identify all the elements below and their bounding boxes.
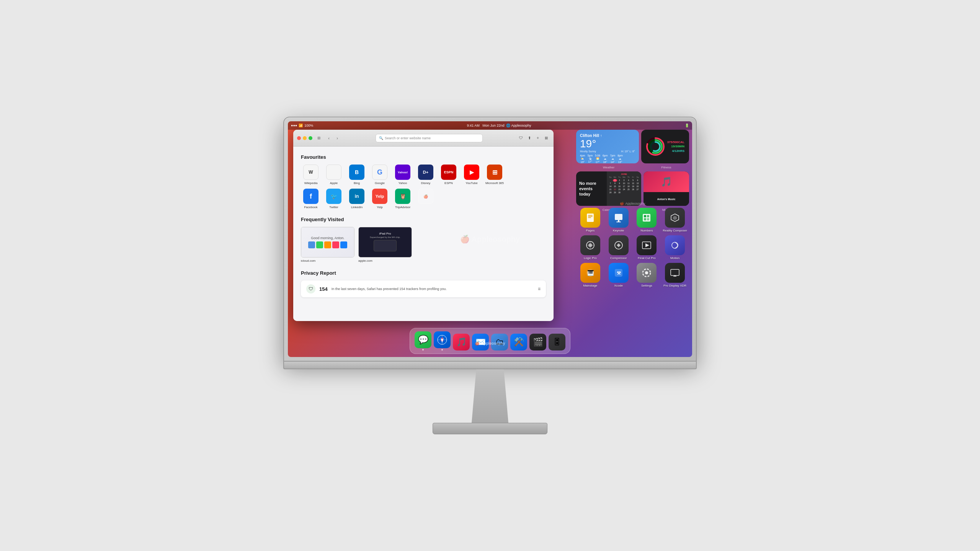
app-final-cut-pro[interactable]: Final Cut Pro — [634, 235, 660, 260]
cal-day-26: 26 — [631, 188, 635, 191]
cal-day-5: 5 — [631, 179, 635, 182]
fv-apple[interactable]: iPad Pro Supercharged by the M4 chip. ap… — [358, 227, 412, 262]
tab-overview-icon[interactable]: ⊠ — [543, 135, 550, 142]
svg-rect-12 — [616, 222, 621, 222]
calendar-mini: JUNE Su Mo Tu We Th Fr Sa — [607, 171, 641, 206]
safari-toolbar: ⊞ ‹ › 🔍 Search or enter website name 🛡 ⬆ — [293, 130, 554, 147]
app-icon-pages — [580, 208, 600, 228]
forecast-temp-2: 17° — [588, 160, 592, 163]
app-keynote[interactable]: Keynote — [606, 208, 631, 232]
dock-logic[interactable]: 🎛 — [549, 334, 565, 350]
fav-icon-youtube: ▶ — [464, 165, 479, 180]
fav-bing[interactable]: B Bing — [347, 165, 367, 185]
cal-header-we: We — [622, 176, 626, 179]
status-left: ●●● 📶 100% — [291, 124, 313, 127]
forecast-icon-4: ☁ — [604, 157, 606, 160]
fav-yahoo[interactable]: Yahoo! Yahoo — [393, 165, 413, 185]
svg-rect-34 — [671, 269, 679, 276]
dock-xcode[interactable]: ⚒️ — [510, 334, 527, 350]
dock-music[interactable]: 🎵 — [453, 334, 470, 350]
widget-fitness: 375/500CAL 19/30MIN 4/12HRS — [641, 130, 689, 163]
widget-music[interactable]: 🎵 Anton's Music — [644, 171, 689, 206]
cal-day-30: 30 — [617, 191, 622, 194]
app-pro-display-xdr[interactable]: Pro Display XDR — [662, 263, 688, 287]
weather-condition: Mostly Sunny — [580, 150, 596, 153]
cal-day-22: 22 — [613, 188, 617, 191]
fav-yelp[interactable]: Yelp Yelp — [370, 189, 390, 209]
fav-icon-google: G — [372, 165, 387, 180]
app-icon-keynote — [609, 208, 629, 228]
apple-logo-small: 🍎 — [620, 202, 624, 205]
app-numbers[interactable]: Numbers — [634, 208, 660, 232]
fav-icon-microsoft: ⊞ — [487, 165, 502, 180]
fav-google[interactable]: G Google — [370, 165, 390, 185]
toolbar-actions: 🛡 ⬆ + ⊠ — [518, 135, 550, 142]
svg-rect-17 — [647, 218, 649, 220]
fav-icon-yahoo: Yahoo! — [395, 165, 410, 180]
forecast-time-4: 6pm — [603, 154, 608, 157]
dock-messages[interactable]: 💬 — [415, 331, 431, 350]
fav-facebook[interactable]: f Facebook — [301, 189, 321, 209]
app-reality-composer[interactable]: Reality Composer — [662, 208, 688, 232]
forecast-temp-5: 14° — [611, 161, 615, 163]
cal-day-2: 2 — [617, 179, 622, 182]
safari-nav: ‹ › — [325, 135, 341, 142]
fav-linkedin[interactable]: in LinkedIn — [347, 189, 367, 209]
dock-final-cut[interactable]: 🎬 — [529, 334, 546, 350]
fav-icon-linkedin: in — [349, 189, 364, 204]
no-events-text: No more events today — [579, 181, 604, 197]
back-button[interactable]: ‹ — [325, 135, 332, 142]
fav-tripadvisor[interactable]: 🦉 TripAdvisor — [393, 189, 413, 209]
privacy-settings-icon[interactable]: ≡ — [538, 286, 541, 292]
fav-espn[interactable]: ESPN ESPN — [439, 165, 459, 185]
fitness-hours: 4/12HRS — [667, 149, 684, 153]
fav-icon-disney: D+ — [418, 165, 433, 180]
svg-marker-26 — [645, 243, 649, 247]
dock-dot-safari — [441, 349, 443, 350]
fitness-minutes: 19/30MIN — [667, 144, 684, 148]
app-logic-pro[interactable]: Logic Pro — [578, 235, 603, 260]
app-xcode[interactable]: ⚒ Xcode — [606, 263, 631, 287]
app-settings[interactable]: Settings — [634, 263, 660, 287]
app-motion[interactable]: Motion — [662, 235, 688, 260]
search-icon: 🔍 — [379, 136, 383, 140]
dock-safari[interactable] — [434, 331, 451, 350]
status-right: 🔋 — [685, 124, 689, 127]
sidebar-toggle-button[interactable]: ⊞ — [315, 135, 322, 142]
minimize-button[interactable] — [303, 136, 307, 140]
fav-microsoft[interactable]: ⊞ Microsoft 365 — [485, 165, 505, 185]
monitor-chin — [283, 362, 697, 369]
address-bar[interactable]: 🔍 Search or enter website name — [376, 134, 483, 142]
fav-appleosophy[interactable]: 🍎 — [416, 189, 436, 209]
svg-rect-13 — [643, 214, 650, 222]
fav-label-facebook: Facebook — [304, 205, 317, 209]
dock-icon-messages: 💬 — [415, 331, 431, 348]
right-panel: Clifton Hill ↑ 19° Mostly Sunny H: 19° L… — [576, 130, 689, 212]
shield-icon[interactable]: 🛡 — [518, 135, 524, 142]
fav-icon-yelp: Yelp — [372, 189, 387, 204]
app-pages[interactable]: Pages — [578, 208, 603, 232]
app-mainstage[interactable]: 🎹 Mainstage — [578, 263, 603, 287]
close-button[interactable] — [297, 136, 301, 140]
fitness-stats: 375/500CAL 19/30MIN 4/12HRS — [667, 140, 684, 153]
fv-thumb-icloud: Good morning, Anton. — [301, 227, 354, 258]
share-icon[interactable]: ⬆ — [526, 135, 533, 142]
fav-disney[interactable]: D+ Disney — [416, 165, 436, 185]
cal-header-su: Su — [608, 176, 612, 179]
fav-apple[interactable]: Apple — [324, 165, 344, 185]
fav-twitter[interactable]: 🐦 Twitter — [324, 189, 344, 209]
fav-wikipedia[interactable]: W Wikipedia — [301, 165, 321, 185]
forward-button[interactable]: › — [334, 135, 341, 142]
app-name-pro-display-xdr: Pro Display XDR — [663, 284, 686, 287]
fv-label-icloud: icloud.com — [301, 259, 354, 262]
cal-day-10: 10 — [622, 182, 626, 185]
privacy-shield-icon: 🛡 — [306, 284, 315, 293]
app-compressor[interactable]: Compressor — [606, 235, 631, 260]
app-icon-final-cut-pro — [637, 235, 657, 255]
fav-youtube[interactable]: ▶ YouTube — [462, 165, 482, 185]
fv-icloud[interactable]: Good morning, Anton. — [301, 227, 354, 262]
maximize-button[interactable] — [309, 136, 312, 140]
fav-label-disney: Disney — [421, 181, 430, 185]
fav-label-yahoo: Yahoo — [399, 181, 407, 185]
add-tab-icon[interactable]: + — [534, 135, 541, 142]
